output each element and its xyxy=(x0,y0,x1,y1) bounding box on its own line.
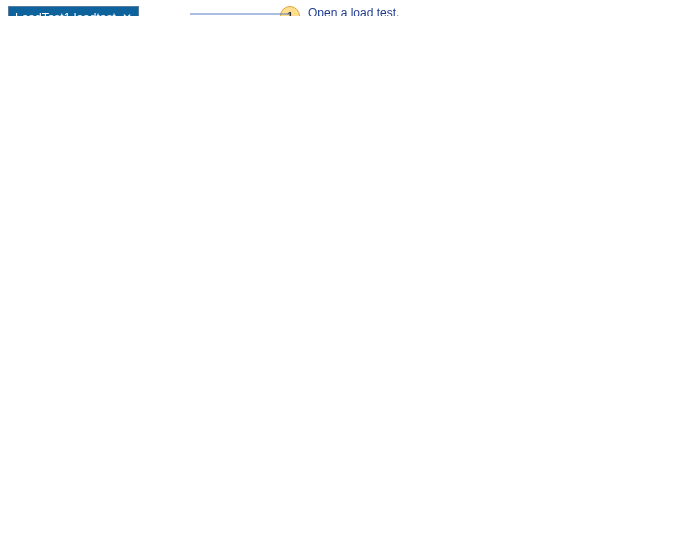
close-icon[interactable]: ✕ xyxy=(122,11,132,16)
callout-1-bubble: 1 xyxy=(280,6,300,16)
tab-title: LoadTest1.loadtest xyxy=(15,11,116,16)
callouts: 1 Open a load test. 2 Open the context m… xyxy=(280,6,670,16)
document-tab[interactable]: LoadTest1.loadtest ✕ xyxy=(8,6,139,16)
callout-1-text: Open a load test. xyxy=(308,6,399,16)
